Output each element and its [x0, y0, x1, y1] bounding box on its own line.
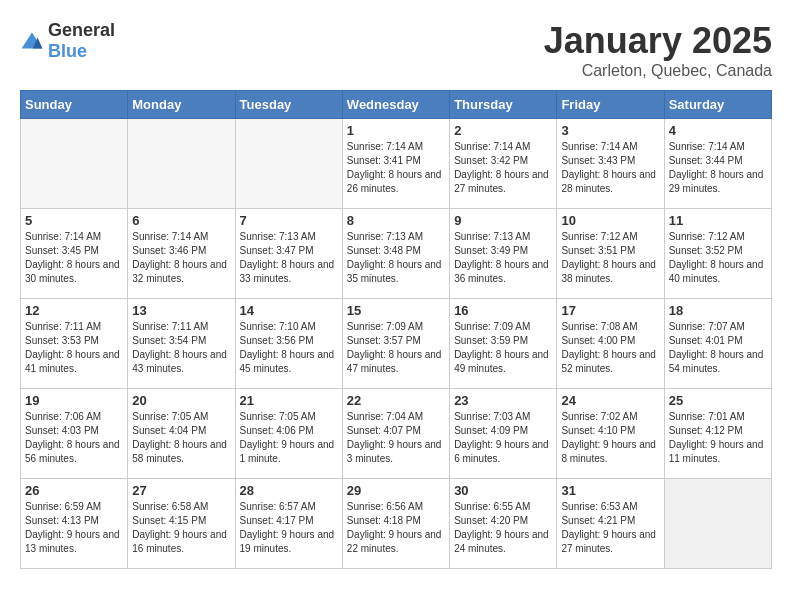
day-number: 21	[240, 393, 338, 408]
title-area: January 2025 Carleton, Quebec, Canada	[544, 20, 772, 80]
calendar-cell	[664, 479, 771, 569]
day-info: Sunrise: 7:01 AM Sunset: 4:12 PM Dayligh…	[669, 410, 767, 466]
weekday-header-thursday: Thursday	[450, 91, 557, 119]
day-info: Sunrise: 7:10 AM Sunset: 3:56 PM Dayligh…	[240, 320, 338, 376]
day-number: 23	[454, 393, 552, 408]
day-info: Sunrise: 7:07 AM Sunset: 4:01 PM Dayligh…	[669, 320, 767, 376]
calendar-cell: 22Sunrise: 7:04 AM Sunset: 4:07 PM Dayli…	[342, 389, 449, 479]
day-info: Sunrise: 7:14 AM Sunset: 3:44 PM Dayligh…	[669, 140, 767, 196]
calendar-cell: 17Sunrise: 7:08 AM Sunset: 4:00 PM Dayli…	[557, 299, 664, 389]
day-number: 2	[454, 123, 552, 138]
calendar-cell: 29Sunrise: 6:56 AM Sunset: 4:18 PM Dayli…	[342, 479, 449, 569]
calendar-cell	[21, 119, 128, 209]
day-info: Sunrise: 6:55 AM Sunset: 4:20 PM Dayligh…	[454, 500, 552, 556]
day-number: 30	[454, 483, 552, 498]
day-info: Sunrise: 7:12 AM Sunset: 3:51 PM Dayligh…	[561, 230, 659, 286]
day-number: 7	[240, 213, 338, 228]
day-info: Sunrise: 6:57 AM Sunset: 4:17 PM Dayligh…	[240, 500, 338, 556]
day-info: Sunrise: 6:56 AM Sunset: 4:18 PM Dayligh…	[347, 500, 445, 556]
day-number: 4	[669, 123, 767, 138]
calendar-cell	[128, 119, 235, 209]
day-info: Sunrise: 7:11 AM Sunset: 3:53 PM Dayligh…	[25, 320, 123, 376]
day-info: Sunrise: 7:11 AM Sunset: 3:54 PM Dayligh…	[132, 320, 230, 376]
calendar-cell: 15Sunrise: 7:09 AM Sunset: 3:57 PM Dayli…	[342, 299, 449, 389]
day-info: Sunrise: 7:13 AM Sunset: 3:48 PM Dayligh…	[347, 230, 445, 286]
day-info: Sunrise: 6:58 AM Sunset: 4:15 PM Dayligh…	[132, 500, 230, 556]
week-row-3: 12Sunrise: 7:11 AM Sunset: 3:53 PM Dayli…	[21, 299, 772, 389]
day-number: 5	[25, 213, 123, 228]
day-info: Sunrise: 7:08 AM Sunset: 4:00 PM Dayligh…	[561, 320, 659, 376]
day-number: 10	[561, 213, 659, 228]
logo-blue: Blue	[48, 41, 87, 61]
day-number: 9	[454, 213, 552, 228]
calendar-cell: 6Sunrise: 7:14 AM Sunset: 3:46 PM Daylig…	[128, 209, 235, 299]
week-row-4: 19Sunrise: 7:06 AM Sunset: 4:03 PM Dayli…	[21, 389, 772, 479]
calendar-cell: 4Sunrise: 7:14 AM Sunset: 3:44 PM Daylig…	[664, 119, 771, 209]
day-info: Sunrise: 7:05 AM Sunset: 4:04 PM Dayligh…	[132, 410, 230, 466]
day-info: Sunrise: 7:04 AM Sunset: 4:07 PM Dayligh…	[347, 410, 445, 466]
logo: General Blue	[20, 20, 115, 62]
weekday-header-tuesday: Tuesday	[235, 91, 342, 119]
day-number: 17	[561, 303, 659, 318]
day-info: Sunrise: 7:05 AM Sunset: 4:06 PM Dayligh…	[240, 410, 338, 466]
calendar-cell: 3Sunrise: 7:14 AM Sunset: 3:43 PM Daylig…	[557, 119, 664, 209]
day-info: Sunrise: 7:06 AM Sunset: 4:03 PM Dayligh…	[25, 410, 123, 466]
calendar-cell: 5Sunrise: 7:14 AM Sunset: 3:45 PM Daylig…	[21, 209, 128, 299]
day-info: Sunrise: 6:59 AM Sunset: 4:13 PM Dayligh…	[25, 500, 123, 556]
weekday-header-row: SundayMondayTuesdayWednesdayThursdayFrid…	[21, 91, 772, 119]
day-number: 20	[132, 393, 230, 408]
day-number: 28	[240, 483, 338, 498]
calendar-cell: 28Sunrise: 6:57 AM Sunset: 4:17 PM Dayli…	[235, 479, 342, 569]
weekday-header-monday: Monday	[128, 91, 235, 119]
day-number: 18	[669, 303, 767, 318]
day-number: 11	[669, 213, 767, 228]
day-number: 3	[561, 123, 659, 138]
calendar-cell: 9Sunrise: 7:13 AM Sunset: 3:49 PM Daylig…	[450, 209, 557, 299]
day-info: Sunrise: 7:14 AM Sunset: 3:41 PM Dayligh…	[347, 140, 445, 196]
calendar-cell: 10Sunrise: 7:12 AM Sunset: 3:51 PM Dayli…	[557, 209, 664, 299]
day-info: Sunrise: 7:09 AM Sunset: 3:57 PM Dayligh…	[347, 320, 445, 376]
calendar-cell: 7Sunrise: 7:13 AM Sunset: 3:47 PM Daylig…	[235, 209, 342, 299]
day-info: Sunrise: 6:53 AM Sunset: 4:21 PM Dayligh…	[561, 500, 659, 556]
calendar-cell: 31Sunrise: 6:53 AM Sunset: 4:21 PM Dayli…	[557, 479, 664, 569]
day-number: 29	[347, 483, 445, 498]
day-number: 1	[347, 123, 445, 138]
day-info: Sunrise: 7:12 AM Sunset: 3:52 PM Dayligh…	[669, 230, 767, 286]
calendar-cell	[235, 119, 342, 209]
calendar-cell: 2Sunrise: 7:14 AM Sunset: 3:42 PM Daylig…	[450, 119, 557, 209]
day-number: 31	[561, 483, 659, 498]
calendar-cell: 24Sunrise: 7:02 AM Sunset: 4:10 PM Dayli…	[557, 389, 664, 479]
day-info: Sunrise: 7:13 AM Sunset: 3:49 PM Dayligh…	[454, 230, 552, 286]
weekday-header-friday: Friday	[557, 91, 664, 119]
day-info: Sunrise: 7:03 AM Sunset: 4:09 PM Dayligh…	[454, 410, 552, 466]
day-number: 24	[561, 393, 659, 408]
day-number: 16	[454, 303, 552, 318]
day-info: Sunrise: 7:14 AM Sunset: 3:43 PM Dayligh…	[561, 140, 659, 196]
calendar-cell: 11Sunrise: 7:12 AM Sunset: 3:52 PM Dayli…	[664, 209, 771, 299]
calendar-cell: 1Sunrise: 7:14 AM Sunset: 3:41 PM Daylig…	[342, 119, 449, 209]
day-info: Sunrise: 7:14 AM Sunset: 3:45 PM Dayligh…	[25, 230, 123, 286]
calendar-cell: 27Sunrise: 6:58 AM Sunset: 4:15 PM Dayli…	[128, 479, 235, 569]
page-header: General Blue January 2025 Carleton, Queb…	[20, 20, 772, 80]
day-number: 26	[25, 483, 123, 498]
calendar-cell: 12Sunrise: 7:11 AM Sunset: 3:53 PM Dayli…	[21, 299, 128, 389]
calendar-cell: 21Sunrise: 7:05 AM Sunset: 4:06 PM Dayli…	[235, 389, 342, 479]
weekday-header-wednesday: Wednesday	[342, 91, 449, 119]
calendar-cell: 26Sunrise: 6:59 AM Sunset: 4:13 PM Dayli…	[21, 479, 128, 569]
day-number: 25	[669, 393, 767, 408]
logo-general: General	[48, 20, 115, 40]
logo-icon	[20, 31, 44, 51]
day-number: 15	[347, 303, 445, 318]
calendar-cell: 18Sunrise: 7:07 AM Sunset: 4:01 PM Dayli…	[664, 299, 771, 389]
calendar-cell: 23Sunrise: 7:03 AM Sunset: 4:09 PM Dayli…	[450, 389, 557, 479]
day-number: 6	[132, 213, 230, 228]
day-info: Sunrise: 7:09 AM Sunset: 3:59 PM Dayligh…	[454, 320, 552, 376]
calendar-cell: 14Sunrise: 7:10 AM Sunset: 3:56 PM Dayli…	[235, 299, 342, 389]
weekday-header-saturday: Saturday	[664, 91, 771, 119]
day-number: 19	[25, 393, 123, 408]
calendar-cell: 20Sunrise: 7:05 AM Sunset: 4:04 PM Dayli…	[128, 389, 235, 479]
day-number: 27	[132, 483, 230, 498]
day-number: 13	[132, 303, 230, 318]
week-row-5: 26Sunrise: 6:59 AM Sunset: 4:13 PM Dayli…	[21, 479, 772, 569]
calendar-table: SundayMondayTuesdayWednesdayThursdayFrid…	[20, 90, 772, 569]
